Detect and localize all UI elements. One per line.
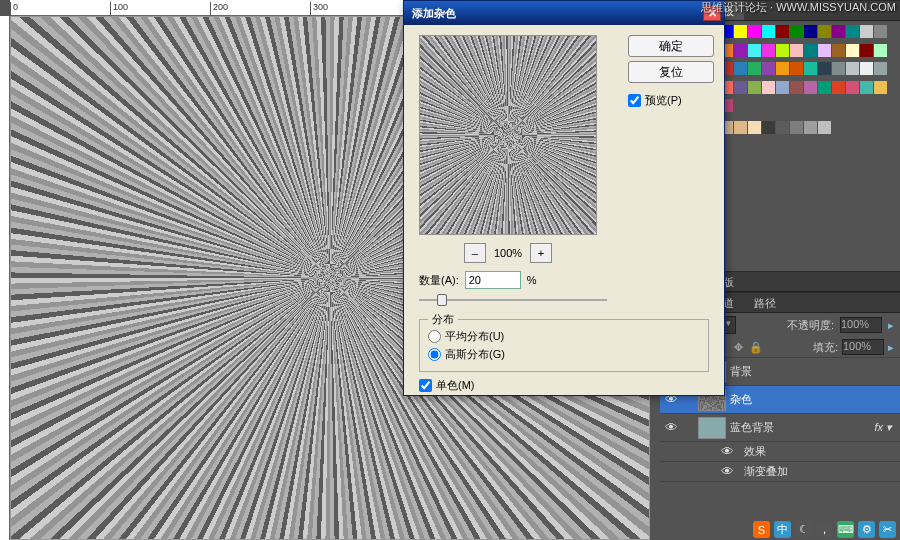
tray-icon-moon[interactable]: ☾ xyxy=(795,521,812,538)
color-swatch[interactable] xyxy=(804,81,817,94)
color-swatch[interactable] xyxy=(818,44,831,57)
tray-icon-zh[interactable]: 中 xyxy=(774,521,791,538)
layer-name: 杂色 xyxy=(730,392,752,407)
visibility-icon[interactable]: 👁 xyxy=(716,444,738,459)
preview-checkbox[interactable] xyxy=(628,94,641,107)
ruler-tick: 200 xyxy=(210,2,228,16)
color-swatch[interactable] xyxy=(818,81,831,94)
color-swatch[interactable] xyxy=(874,25,887,38)
chevron-right-icon[interactable]: ▸ xyxy=(888,319,894,332)
uniform-radio-row[interactable]: 平均分布(U) xyxy=(428,329,700,344)
dialog-titlebar[interactable]: 添加杂色 ✕ xyxy=(404,1,724,25)
color-swatch[interactable] xyxy=(776,121,789,134)
fx-label: 效果 xyxy=(744,444,766,459)
color-swatch[interactable] xyxy=(804,44,817,57)
lock-all-icon[interactable]: 🔒 xyxy=(749,340,763,354)
tray-icon-punct[interactable]: ， xyxy=(816,521,833,538)
ruler-vertical xyxy=(0,16,10,540)
uniform-radio[interactable] xyxy=(428,330,441,343)
color-swatch[interactable] xyxy=(734,121,747,134)
color-swatch[interactable] xyxy=(818,25,831,38)
lock-move-icon[interactable]: ✥ xyxy=(731,340,745,354)
color-swatch[interactable] xyxy=(762,62,775,75)
color-swatch[interactable] xyxy=(804,25,817,38)
layer-thumbnail xyxy=(698,417,726,439)
color-swatch[interactable] xyxy=(860,62,873,75)
color-swatch[interactable] xyxy=(734,25,747,38)
color-swatch[interactable] xyxy=(860,25,873,38)
color-swatch[interactable] xyxy=(790,62,803,75)
color-swatch[interactable] xyxy=(818,121,831,134)
color-swatch[interactable] xyxy=(762,25,775,38)
watermark: 思维设计论坛 · WWW.MISSYUAN.COM xyxy=(701,0,896,15)
ruler-tick: 0 xyxy=(10,2,18,16)
color-swatch[interactable] xyxy=(776,62,789,75)
layer-name: 蓝色背景 xyxy=(730,420,774,435)
ok-button[interactable]: 确定 xyxy=(628,35,714,57)
visibility-icon[interactable]: 👁 xyxy=(660,420,682,435)
color-swatch[interactable] xyxy=(748,81,761,94)
layer-fx-row[interactable]: 👁 效果 xyxy=(660,442,900,462)
color-swatch[interactable] xyxy=(874,44,887,57)
color-swatch[interactable] xyxy=(734,62,747,75)
zoom-in-button[interactable]: + xyxy=(530,243,552,263)
color-swatch[interactable] xyxy=(860,44,873,57)
color-swatch[interactable] xyxy=(874,81,887,94)
tray-icon-s[interactable]: S xyxy=(753,521,770,538)
color-swatch[interactable] xyxy=(832,62,845,75)
color-swatch[interactable] xyxy=(748,62,761,75)
monochrome-checkbox-row[interactable]: 单色(M) xyxy=(419,378,714,393)
color-swatch[interactable] xyxy=(804,121,817,134)
color-swatch[interactable] xyxy=(832,44,845,57)
dialog-title: 添加杂色 xyxy=(412,6,456,21)
tray-icon-tool[interactable]: ✂ xyxy=(879,521,896,538)
color-swatch[interactable] xyxy=(790,81,803,94)
color-swatch[interactable] xyxy=(874,62,887,75)
color-swatch[interactable] xyxy=(790,121,803,134)
color-swatch[interactable] xyxy=(776,81,789,94)
color-swatch[interactable] xyxy=(846,62,859,75)
color-swatch[interactable] xyxy=(748,44,761,57)
color-swatch[interactable] xyxy=(790,44,803,57)
opacity-input[interactable]: 100% xyxy=(840,317,882,333)
tray-icon-gear[interactable]: ⚙ xyxy=(858,521,875,538)
slider-thumb[interactable] xyxy=(437,294,447,306)
color-swatch[interactable] xyxy=(846,44,859,57)
amount-slider[interactable] xyxy=(419,291,607,309)
layer-row-blue-bg[interactable]: 👁 蓝色背景 fx ▾ xyxy=(660,414,900,442)
color-swatch[interactable] xyxy=(748,25,761,38)
color-swatch[interactable] xyxy=(846,81,859,94)
gaussian-radio[interactable] xyxy=(428,348,441,361)
color-swatch[interactable] xyxy=(846,25,859,38)
color-swatch[interactable] xyxy=(804,62,817,75)
visibility-icon[interactable]: 👁 xyxy=(716,464,738,479)
fill-input[interactable]: 100% xyxy=(842,339,884,355)
tab-paths[interactable]: 路径 xyxy=(744,293,786,312)
color-swatch[interactable] xyxy=(818,62,831,75)
color-swatch[interactable] xyxy=(762,81,775,94)
preview-checkbox-row[interactable]: 预览(P) xyxy=(628,93,714,108)
layer-name: 背景 xyxy=(730,364,752,379)
color-swatch[interactable] xyxy=(832,25,845,38)
zoom-out-button[interactable]: – xyxy=(464,243,486,263)
layer-fx-item[interactable]: 👁 渐变叠加 xyxy=(660,462,900,482)
fx-badge[interactable]: fx ▾ xyxy=(874,421,892,434)
add-noise-dialog: 添加杂色 ✕ 确定 复位 预览(P) – 100% + 数量(A): % 分布 xyxy=(403,0,725,396)
color-swatch[interactable] xyxy=(734,44,747,57)
reset-button[interactable]: 复位 xyxy=(628,61,714,83)
chevron-right-icon[interactable]: ▸ xyxy=(888,341,894,354)
amount-input[interactable] xyxy=(465,271,521,289)
gaussian-radio-row[interactable]: 高斯分布(G) xyxy=(428,347,700,362)
color-swatch[interactable] xyxy=(748,121,761,134)
color-swatch[interactable] xyxy=(860,81,873,94)
color-swatch[interactable] xyxy=(762,44,775,57)
color-swatch[interactable] xyxy=(776,25,789,38)
tray-icon-keyboard[interactable]: ⌨ xyxy=(837,521,854,538)
color-swatch[interactable] xyxy=(832,81,845,94)
color-swatch[interactable] xyxy=(734,81,747,94)
fx-item-label: 渐变叠加 xyxy=(744,464,788,479)
color-swatch[interactable] xyxy=(790,25,803,38)
monochrome-checkbox[interactable] xyxy=(419,379,432,392)
color-swatch[interactable] xyxy=(776,44,789,57)
color-swatch[interactable] xyxy=(762,121,775,134)
